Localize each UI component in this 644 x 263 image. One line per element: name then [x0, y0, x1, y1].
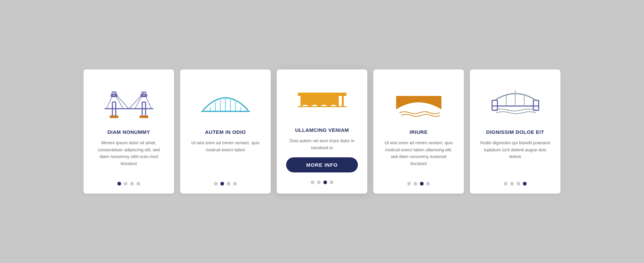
dot: [117, 182, 121, 186]
card-5-title: DIGNISSIM DOLOE EIT: [486, 129, 544, 135]
dot: [510, 182, 514, 186]
card-5-dots: [504, 180, 527, 186]
dot: [227, 182, 230, 186]
svg-rect-0: [112, 102, 116, 117]
dot: [220, 182, 224, 186]
svg-rect-33: [533, 100, 539, 110]
dot: [323, 180, 327, 184]
card-1-title: DIAM NONUMMY: [107, 129, 150, 135]
card-4-title: IRIURE: [410, 129, 428, 135]
svg-rect-32: [492, 100, 497, 110]
svg-rect-1: [142, 102, 146, 117]
dot: [214, 182, 218, 186]
dot: [124, 182, 127, 186]
dot: [426, 182, 430, 186]
svg-rect-14: [140, 115, 148, 118]
svg-rect-28: [337, 96, 339, 107]
more-info-button[interactable]: MORE INFO: [286, 157, 358, 172]
cable-bridge-icon: [102, 80, 156, 123]
svg-rect-27: [327, 96, 329, 107]
card-4-text: Ut wisi enim ad minim veniam, quis nostr…: [383, 140, 454, 174]
card-3: ULLAMCING VENIAM Duis autem vel eum iriu…: [277, 69, 367, 194]
card-1-dots: [117, 180, 140, 186]
card-2-title: AUTEM IN ODIO: [205, 129, 246, 135]
dot: [523, 182, 527, 186]
svg-rect-23: [298, 93, 346, 96]
dot: [311, 180, 314, 184]
dot: [414, 182, 417, 186]
card-2: AUTEM IN ODIO Ut wisi enim ad minim veni…: [180, 69, 271, 194]
svg-line-8: [114, 93, 129, 109]
svg-line-10: [129, 93, 144, 109]
card-2-dots: [214, 180, 237, 186]
dot: [420, 182, 424, 186]
stone-arch-bridge-icon: [392, 80, 445, 123]
card-3-title: ULLAMCING VENIAM: [295, 127, 349, 133]
dot: [330, 180, 333, 184]
dot: [233, 182, 237, 186]
aqueduct-bridge-icon: [295, 77, 349, 121]
svg-rect-25: [309, 96, 311, 107]
dot: [137, 182, 140, 186]
dot: [407, 182, 411, 186]
card-1-text: Morem ipsum dolor sit amet, consectetuer…: [93, 140, 165, 174]
card-1: DIAM NONUMMY Morem ipsum dolor sit amet,…: [84, 69, 174, 194]
card-4-dots: [407, 180, 430, 186]
arch-bridge-blue-icon: [199, 80, 252, 123]
svg-rect-24: [301, 96, 302, 107]
svg-rect-13: [110, 115, 118, 118]
svg-line-11: [144, 93, 152, 109]
dot: [504, 182, 507, 186]
svg-line-6: [106, 93, 114, 109]
svg-rect-29: [342, 96, 344, 107]
card-3-dots: [311, 178, 333, 184]
modern-arch-bridge-icon: [488, 80, 542, 123]
card-5: DIGNISSIM DOLOE EIT Kodio dignissim qui …: [470, 69, 560, 194]
svg-rect-26: [318, 96, 320, 107]
card-5-text: Kodio dignissim qui blandit praesent lup…: [479, 140, 551, 174]
cards-container: DIAM NONUMMY Morem ipsum dolor sit amet,…: [63, 56, 581, 207]
dot: [317, 180, 321, 184]
card-4: IRIURE Ut wisi enim ad minim veniam, qui…: [373, 69, 464, 194]
dot: [517, 182, 520, 186]
card-2-text: Ut wisi enim ad minim veniam, quis nostr…: [190, 140, 261, 174]
dot: [130, 182, 134, 186]
svg-rect-31: [396, 96, 441, 99]
card-3-text: Duis autem vel eum iriure dolor in hendr…: [286, 138, 358, 152]
